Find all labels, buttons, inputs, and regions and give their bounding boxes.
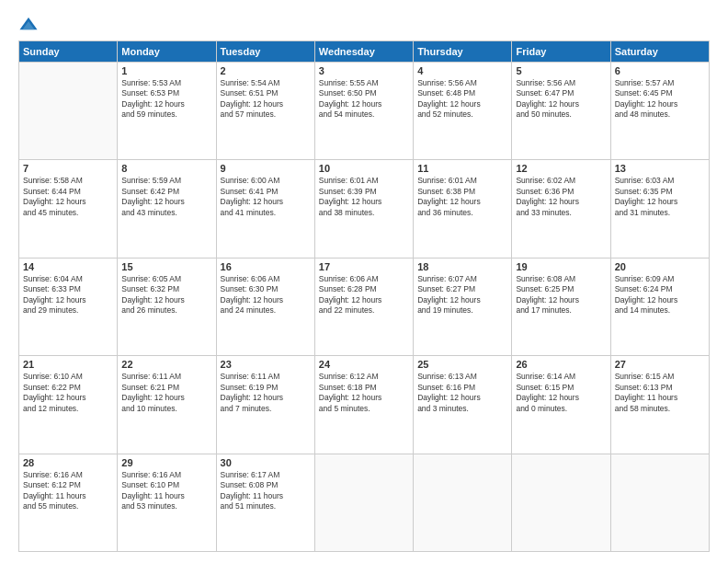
day-info: Sunrise: 6:09 AM Sunset: 6:24 PM Dayligh… xyxy=(615,274,705,316)
calendar-cell: 7Sunrise: 5:58 AM Sunset: 6:44 PM Daylig… xyxy=(19,160,118,258)
calendar-cell: 12Sunrise: 6:02 AM Sunset: 6:36 PM Dayli… xyxy=(512,160,610,258)
calendar-cell: 4Sunrise: 5:56 AM Sunset: 6:48 PM Daylig… xyxy=(414,63,512,160)
day-info: Sunrise: 6:17 AM Sunset: 6:08 PM Dayligh… xyxy=(221,470,311,512)
calendar-cell: 14Sunrise: 6:04 AM Sunset: 6:33 PM Dayli… xyxy=(19,258,118,355)
day-info: Sunrise: 6:11 AM Sunset: 6:19 PM Dayligh… xyxy=(221,372,311,414)
calendar-cell: 15Sunrise: 6:05 AM Sunset: 6:32 PM Dayli… xyxy=(118,258,216,355)
day-number: 26 xyxy=(516,359,606,370)
day-info: Sunrise: 6:03 AM Sunset: 6:35 PM Dayligh… xyxy=(615,176,705,218)
calendar-cell: 19Sunrise: 6:08 AM Sunset: 6:25 PM Dayli… xyxy=(512,258,610,355)
day-number: 9 xyxy=(221,163,311,174)
calendar-cell: 25Sunrise: 6:13 AM Sunset: 6:16 PM Dayli… xyxy=(414,356,512,454)
calendar-cell: 27Sunrise: 6:15 AM Sunset: 6:13 PM Dayli… xyxy=(610,356,709,454)
day-number: 3 xyxy=(319,65,409,76)
day-number: 20 xyxy=(615,261,705,272)
day-info: Sunrise: 5:56 AM Sunset: 6:48 PM Dayligh… xyxy=(417,78,507,121)
calendar-cell: 6Sunrise: 5:57 AM Sunset: 6:45 PM Daylig… xyxy=(610,63,709,160)
day-number: 11 xyxy=(417,163,507,174)
logo xyxy=(18,15,42,35)
calendar-cell: 29Sunrise: 6:16 AM Sunset: 6:10 PM Dayli… xyxy=(118,454,216,551)
day-number: 7 xyxy=(23,163,113,174)
day-info: Sunrise: 6:08 AM Sunset: 6:25 PM Dayligh… xyxy=(516,274,606,316)
day-number: 24 xyxy=(319,359,409,370)
day-number: 23 xyxy=(221,359,311,370)
calendar-week-row-2: 7Sunrise: 5:58 AM Sunset: 6:44 PM Daylig… xyxy=(19,160,710,258)
day-info: Sunrise: 5:58 AM Sunset: 6:44 PM Dayligh… xyxy=(23,176,113,218)
day-number: 30 xyxy=(221,457,311,468)
logo-icon xyxy=(18,15,39,35)
calendar-header-row: SundayMondayTuesdayWednesdayThursdayFrid… xyxy=(19,41,710,63)
day-number: 6 xyxy=(615,65,705,76)
day-number: 19 xyxy=(516,261,606,272)
day-info: Sunrise: 6:12 AM Sunset: 6:18 PM Dayligh… xyxy=(319,372,409,414)
calendar-week-row-3: 14Sunrise: 6:04 AM Sunset: 6:33 PM Dayli… xyxy=(19,258,710,355)
calendar-cell xyxy=(19,63,118,160)
calendar-cell: 11Sunrise: 6:01 AM Sunset: 6:38 PM Dayli… xyxy=(414,160,512,258)
calendar-header-monday: Monday xyxy=(118,41,216,63)
day-number: 27 xyxy=(615,359,705,370)
day-number: 16 xyxy=(221,261,311,272)
day-info: Sunrise: 6:04 AM Sunset: 6:33 PM Dayligh… xyxy=(23,274,113,316)
calendar-cell: 5Sunrise: 5:56 AM Sunset: 6:47 PM Daylig… xyxy=(512,63,610,160)
calendar-header-tuesday: Tuesday xyxy=(216,41,314,63)
day-info: Sunrise: 6:07 AM Sunset: 6:27 PM Dayligh… xyxy=(417,274,507,316)
day-info: Sunrise: 6:01 AM Sunset: 6:39 PM Dayligh… xyxy=(319,176,409,218)
day-number: 28 xyxy=(23,457,113,468)
calendar-cell xyxy=(610,454,709,551)
day-number: 1 xyxy=(121,65,211,76)
day-info: Sunrise: 6:13 AM Sunset: 6:16 PM Dayligh… xyxy=(417,372,507,414)
day-info: Sunrise: 5:57 AM Sunset: 6:45 PM Dayligh… xyxy=(615,78,705,121)
page: SundayMondayTuesdayWednesdayThursdayFrid… xyxy=(0,0,728,563)
day-number: 10 xyxy=(319,163,409,174)
calendar-table: SundayMondayTuesdayWednesdayThursdayFrid… xyxy=(18,40,710,552)
calendar-cell: 1Sunrise: 5:53 AM Sunset: 6:53 PM Daylig… xyxy=(118,63,216,160)
day-number: 8 xyxy=(121,163,211,174)
calendar-cell xyxy=(512,454,610,551)
day-info: Sunrise: 6:06 AM Sunset: 6:30 PM Dayligh… xyxy=(221,274,311,316)
day-number: 21 xyxy=(23,359,113,370)
day-info: Sunrise: 5:53 AM Sunset: 6:53 PM Dayligh… xyxy=(121,78,211,121)
header xyxy=(18,15,710,35)
day-info: Sunrise: 5:54 AM Sunset: 6:51 PM Dayligh… xyxy=(221,78,311,121)
day-info: Sunrise: 6:06 AM Sunset: 6:28 PM Dayligh… xyxy=(319,274,409,316)
day-info: Sunrise: 6:11 AM Sunset: 6:21 PM Dayligh… xyxy=(121,372,211,414)
calendar-header-saturday: Saturday xyxy=(610,41,709,63)
calendar-week-row-5: 28Sunrise: 6:16 AM Sunset: 6:12 PM Dayli… xyxy=(19,454,710,551)
day-number: 22 xyxy=(121,359,211,370)
day-number: 18 xyxy=(417,261,507,272)
day-number: 15 xyxy=(121,261,211,272)
calendar-header-thursday: Thursday xyxy=(414,41,512,63)
day-number: 25 xyxy=(417,359,507,370)
day-info: Sunrise: 6:16 AM Sunset: 6:10 PM Dayligh… xyxy=(121,470,211,512)
calendar-cell: 10Sunrise: 6:01 AM Sunset: 6:39 PM Dayli… xyxy=(314,160,413,258)
day-info: Sunrise: 6:02 AM Sunset: 6:36 PM Dayligh… xyxy=(516,176,606,218)
calendar-week-row-4: 21Sunrise: 6:10 AM Sunset: 6:22 PM Dayli… xyxy=(19,356,710,454)
calendar-cell: 2Sunrise: 5:54 AM Sunset: 6:51 PM Daylig… xyxy=(216,63,314,160)
calendar-cell: 20Sunrise: 6:09 AM Sunset: 6:24 PM Dayli… xyxy=(610,258,709,355)
calendar-cell xyxy=(314,454,413,551)
day-info: Sunrise: 5:56 AM Sunset: 6:47 PM Dayligh… xyxy=(516,78,606,121)
calendar-cell: 24Sunrise: 6:12 AM Sunset: 6:18 PM Dayli… xyxy=(314,356,413,454)
calendar-header-wednesday: Wednesday xyxy=(314,41,413,63)
calendar-cell: 9Sunrise: 6:00 AM Sunset: 6:41 PM Daylig… xyxy=(216,160,314,258)
day-info: Sunrise: 6:00 AM Sunset: 6:41 PM Dayligh… xyxy=(221,176,311,218)
day-info: Sunrise: 5:55 AM Sunset: 6:50 PM Dayligh… xyxy=(319,78,409,121)
calendar-cell: 3Sunrise: 5:55 AM Sunset: 6:50 PM Daylig… xyxy=(314,63,413,160)
day-number: 4 xyxy=(417,65,507,76)
calendar-cell: 8Sunrise: 5:59 AM Sunset: 6:42 PM Daylig… xyxy=(118,160,216,258)
calendar-cell: 21Sunrise: 6:10 AM Sunset: 6:22 PM Dayli… xyxy=(19,356,118,454)
day-number: 13 xyxy=(615,163,705,174)
day-number: 14 xyxy=(23,261,113,272)
calendar-cell: 17Sunrise: 6:06 AM Sunset: 6:28 PM Dayli… xyxy=(314,258,413,355)
calendar-cell: 18Sunrise: 6:07 AM Sunset: 6:27 PM Dayli… xyxy=(414,258,512,355)
calendar-cell: 13Sunrise: 6:03 AM Sunset: 6:35 PM Dayli… xyxy=(610,160,709,258)
day-info: Sunrise: 6:05 AM Sunset: 6:32 PM Dayligh… xyxy=(121,274,211,316)
day-number: 5 xyxy=(516,65,606,76)
day-number: 29 xyxy=(121,457,211,468)
calendar-week-row-1: 1Sunrise: 5:53 AM Sunset: 6:53 PM Daylig… xyxy=(19,63,710,160)
calendar-cell: 16Sunrise: 6:06 AM Sunset: 6:30 PM Dayli… xyxy=(216,258,314,355)
calendar-header-sunday: Sunday xyxy=(19,41,118,63)
calendar-cell: 28Sunrise: 6:16 AM Sunset: 6:12 PM Dayli… xyxy=(19,454,118,551)
calendar-cell: 26Sunrise: 6:14 AM Sunset: 6:15 PM Dayli… xyxy=(512,356,610,454)
day-info: Sunrise: 6:10 AM Sunset: 6:22 PM Dayligh… xyxy=(23,372,113,414)
